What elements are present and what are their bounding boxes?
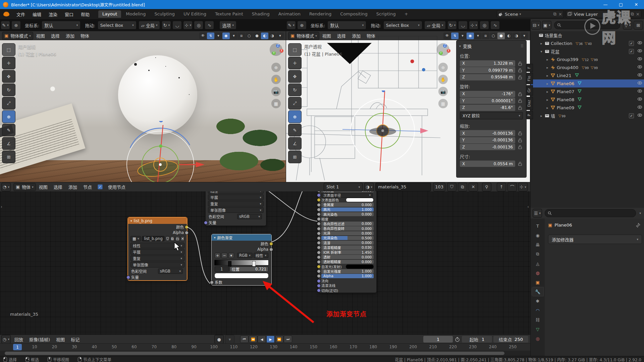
frame-start-field[interactable]: 起始1 (462, 336, 492, 343)
shading-material-icon[interactable]: ◐ (505, 33, 513, 39)
xray-toggle-icon[interactable]: ⧈ (482, 33, 489, 39)
shader-menu-添加[interactable]: 添加 (65, 184, 80, 190)
tool-scale[interactable]: ⤢ (2, 97, 15, 110)
workspace-tab-animation[interactable]: Animation (274, 10, 305, 18)
scale-x-field[interactable]: X-0.000136 (460, 130, 515, 136)
snap-magnet-icon[interactable]: ⌒ (507, 183, 517, 191)
properties-tab-tool[interactable]: T (532, 222, 543, 230)
drag-dropdown[interactable]: Select Box▾ (98, 21, 137, 29)
workspace-tab-shading[interactable]: Shading (248, 10, 274, 18)
timeline-menu-抠像(插帧)[interactable]: 抠像(插帧) (26, 336, 53, 343)
properties-tab-data[interactable]: ▽ (532, 325, 543, 334)
tool-add-cube[interactable]: ⊞ (288, 150, 302, 163)
outliner-row-Collection[interactable]: ▸Collection▽36▽40✓ (531, 39, 644, 47)
material-users-count[interactable]: 103 (433, 183, 445, 191)
toggle-ortho-grid-icon[interactable]: ▦ (438, 99, 448, 108)
lock-icon[interactable] (517, 61, 523, 66)
prev-keyframe-button[interactable]: ⏪ (249, 336, 257, 343)
shader-menu-选择[interactable]: 选择 (51, 184, 65, 190)
workspace-tab-texture-paint[interactable]: Texture Paint (211, 10, 247, 18)
gizmo-dropdown[interactable]: ▾ (215, 33, 222, 39)
snap-target-icon[interactable]: ⊹▾ (183, 21, 193, 29)
tool-annotate[interactable]: ✎ (2, 124, 15, 136)
workspace-tab-scripting[interactable]: Scripting (372, 10, 400, 18)
overlays-toggle-icon[interactable]: ◉ (467, 33, 474, 39)
shader-mode-selector[interactable]: ▣ 物体▾ (13, 183, 36, 191)
snap-magnet-icon[interactable]: ◡ (172, 21, 182, 29)
workspace-tab-uv-editing[interactable]: UV Editing (179, 10, 210, 18)
transform-gizmo[interactable] (117, 121, 211, 182)
properties-tab-render[interactable]: ◉ (532, 231, 543, 240)
sidebar-tab-gr[interactable]: Gr (526, 85, 533, 96)
orbit-icon[interactable]: ↻▾ (162, 21, 171, 29)
expand-icon[interactable]: ▸ (545, 82, 550, 85)
tool-cursor[interactable]: ✛ (2, 57, 15, 69)
shading-material-icon[interactable]: ◐ (261, 33, 268, 39)
hide-in-viewport-eye-icon[interactable] (637, 105, 642, 111)
view-layer-selector[interactable]: View Layer ⧉✕ (566, 10, 641, 18)
vp1-menu-选择[interactable]: 选择 (48, 33, 63, 39)
object-name[interactable]: 场景集合 (545, 32, 562, 39)
orbit-icon[interactable]: ↻▾ (447, 21, 457, 29)
lock-icon[interactable] (517, 92, 523, 96)
shading-wireframe-icon[interactable]: ○ (246, 33, 253, 39)
expand-icon[interactable]: ▸ (545, 74, 550, 77)
camera-view-icon[interactable]: 📷 (438, 87, 448, 96)
pin-icon[interactable] (636, 223, 640, 228)
vp2-menu-物体[interactable]: 物体 (364, 33, 378, 39)
zoom-icon[interactable]: ⊕ (438, 63, 448, 72)
shader-editor-canvas[interactable]: 线性▾平展▾重复▾单张图像▾ 色彩空间sRGB▾ 矢量 ▾ list_b.png… (0, 191, 530, 335)
tool-rotate[interactable]: ↻ (2, 83, 15, 96)
object-name[interactable]: 花盆 (551, 48, 559, 55)
rotation-mode-dropdown[interactable]: XYZ 欧拉▾ (460, 112, 523, 119)
sidebar-tab-p[interactable]: P (526, 111, 533, 119)
scene-selector[interactable]: Scene ▾ ⧉✕ (497, 10, 564, 18)
properties-options-icon[interactable]: ▾ (639, 212, 641, 215)
zoom-icon[interactable]: ⊕ (271, 63, 281, 72)
pivot-dropdown[interactable]: ▱ 全局▾ (424, 21, 446, 29)
expand-icon[interactable]: ▾ (539, 50, 544, 53)
timeline-menu-视图[interactable]: 视图 (53, 336, 68, 343)
shading-dropdown[interactable]: ▾ (521, 33, 528, 39)
workspace-tab-modeling[interactable]: Modeling (122, 10, 150, 18)
fake-user-shield-icon[interactable]: ⛉ (447, 183, 457, 191)
transform-orientation-gizmo-icon[interactable]: ⊕ (11, 21, 21, 29)
snap-target-icon[interactable]: ⊹▾ (518, 183, 528, 191)
expand-icon[interactable]: ▸ (539, 114, 544, 118)
collection-checkbox[interactable]: ✓ (629, 41, 634, 46)
properties-tab-view-layer[interactable]: ⧉ (532, 250, 543, 258)
keying-set-dropdown[interactable]: ▾ (225, 335, 234, 344)
properties-editor-icon[interactable]: ☰▾ (533, 209, 542, 218)
expand-icon[interactable]: ▸ (545, 98, 550, 102)
vp2-menu-添加[interactable]: 添加 (349, 33, 364, 39)
jump-to-start-button[interactable]: ⏮ (240, 336, 249, 343)
outliner-filter-icon[interactable]: ▽▾ (623, 21, 632, 29)
vp1-menu-添加[interactable]: 添加 (63, 33, 77, 39)
active-tool-icon[interactable]: ✎▾ (1, 21, 10, 29)
workspace-tab-rendering[interactable]: Rendering (305, 10, 335, 18)
menu-渲染[interactable]: 渲染 (45, 9, 61, 19)
overlays-dropdown[interactable]: ▾ (230, 33, 237, 39)
tool-scale[interactable]: ⤢ (288, 97, 302, 110)
pin-icon[interactable]: ⚲ (482, 183, 491, 191)
overlay-visibility-icon[interactable]: 👁 (443, 33, 451, 39)
snap-target-icon[interactable]: ⊹▾ (469, 21, 478, 29)
camera-view-icon[interactable]: 📷 (271, 87, 281, 96)
location-x-field[interactable]: X1.3228 m (460, 60, 515, 67)
tool-select-box[interactable]: ⬚ (2, 43, 15, 56)
active-tool-icon[interactable]: ✎▾ (286, 21, 296, 29)
overlay-visibility-icon[interactable]: 👁 (199, 33, 207, 39)
outliner-row-场景集合[interactable]: 场景集合 (531, 31, 644, 39)
tool-rotate[interactable]: ↻ (288, 83, 302, 96)
frame-end-field[interactable]: 结束点250 (493, 336, 528, 343)
proportional-editing-icon[interactable]: ◎ (194, 21, 203, 29)
lock-icon[interactable] (517, 75, 523, 79)
object-name[interactable]: Plane07 (557, 89, 574, 94)
properties-tab-material[interactable]: ◎ (532, 334, 543, 343)
material-preview-icon[interactable]: ◑▾ (364, 183, 374, 191)
object-name[interactable]: Plane06 (557, 81, 574, 86)
current-frame-indicator[interactable]: 1 (13, 344, 22, 350)
properties-search-input[interactable] (545, 209, 636, 217)
shading-wireframe-icon[interactable]: ○ (490, 33, 497, 39)
auto-keying-record-icon[interactable]: ● (214, 335, 224, 344)
